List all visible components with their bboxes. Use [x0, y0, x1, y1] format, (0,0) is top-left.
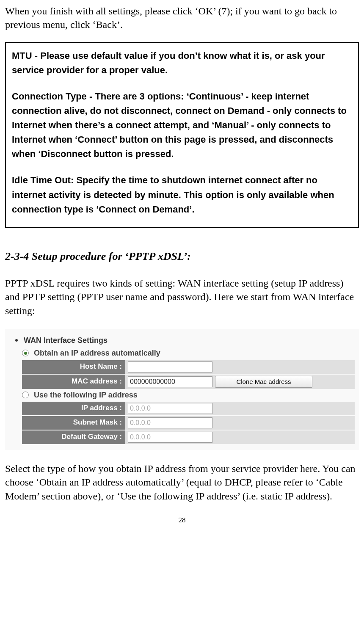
intro-text: When you finish with all settings, pleas… [5, 4, 359, 32]
ip-label: IP address : [22, 402, 125, 415]
bottom-text: Select the type of how you obtain IP add… [5, 462, 359, 503]
wan-interface-settings-panel: WAN Interface Settings Obtain an IP addr… [5, 329, 359, 450]
gateway-input[interactable] [128, 432, 212, 443]
wan-title: WAN Interface Settings [24, 335, 108, 345]
subnet-label: Subnet Mask : [22, 416, 125, 430]
info-connection-type: Connection Type - There are 3 options: ‘… [12, 89, 352, 161]
section-description: PPTP xDSL requires two kinds of setting:… [5, 276, 359, 317]
section-heading: 2-3-4 Setup procedure for ‘PPTP xDSL’: [5, 249, 359, 264]
subnet-input[interactable] [128, 417, 212, 428]
hostname-input[interactable] [128, 361, 212, 372]
radio-label-obtain-auto: Obtain an IP address automatically [34, 348, 160, 358]
radio-icon [22, 392, 29, 398]
default-gateway-row: Default Gateway : [15, 430, 355, 444]
clone-mac-button[interactable]: Clone Mac address [215, 376, 312, 388]
ip-input[interactable] [128, 403, 212, 414]
mac-label: MAC address : [22, 375, 125, 389]
subnet-mask-row: Subnet Mask : [15, 416, 355, 430]
mac-input[interactable] [128, 376, 212, 387]
radio-use-following[interactable]: Use the following IP address [15, 390, 355, 400]
mac-address-row: MAC address : Clone Mac address [15, 375, 355, 389]
radio-obtain-auto[interactable]: Obtain an IP address automatically [15, 348, 355, 358]
page-number: 28 [5, 516, 359, 525]
info-box: MTU - Please use default value if you do… [5, 42, 359, 228]
info-mtu: MTU - Please use default value if you do… [12, 49, 352, 77]
gateway-label: Default Gateway : [22, 430, 125, 444]
hostname-label: Host Name : [22, 360, 125, 374]
radio-label-use-following: Use the following IP address [34, 390, 138, 400]
hostname-row: Host Name : [15, 360, 355, 374]
ip-address-row: IP address : [15, 402, 355, 415]
radio-icon [22, 350, 29, 356]
bullet-icon [15, 339, 18, 342]
info-idle-timeout: Idle Time Out: Specify the time to shutd… [12, 173, 352, 216]
